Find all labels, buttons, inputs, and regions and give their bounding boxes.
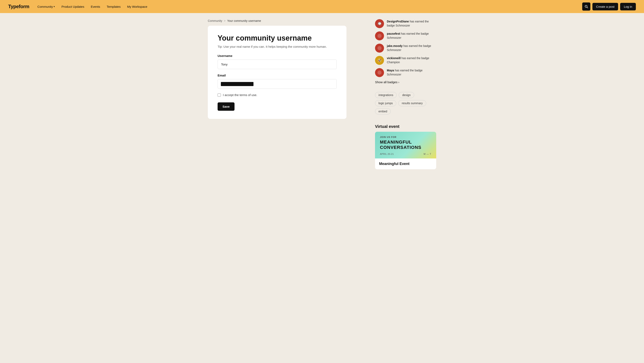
event-date: APRIL 20-21: [380, 153, 394, 155]
badge-icon-4: [375, 68, 384, 77]
badge-entry-3: 🚀 vickioneill has earned the badge Champ…: [375, 56, 436, 65]
schmoozer-badge-icon-4: [377, 70, 382, 75]
event-card[interactable]: Join us for MEANINGFUL CONVERSATIONS APR…: [375, 132, 436, 169]
username-group: Username: [218, 54, 337, 69]
logo: Typeform: [8, 4, 29, 10]
form-tip: Tip: Use your real name if you can. It h…: [218, 45, 337, 48]
email-label: Email: [218, 74, 337, 77]
tag-embed[interactable]: embed: [375, 108, 391, 114]
nav-item-product-updates[interactable]: Product Updates: [62, 5, 84, 8]
terms-row: I accept the terms of use.: [218, 93, 337, 97]
login-button[interactable]: Log in: [620, 3, 636, 10]
badge-icon-1: [375, 32, 384, 40]
search-icon: [585, 5, 588, 8]
event-join-text: Join us for: [380, 136, 431, 138]
badge-text-4: Maya has earned the badge Schmoozer: [387, 68, 436, 76]
header: Typeform Community ▾ Product Updates Eve…: [0, 0, 644, 13]
svg-point-5: [378, 46, 382, 50]
badge-entry-4: Maya has earned the badge Schmoozer: [375, 68, 436, 77]
username-label: Username: [218, 54, 337, 58]
tag-results-summary[interactable]: results summary: [398, 100, 426, 106]
nav-item-workspace[interactable]: My Workspace: [127, 5, 147, 8]
breadcrumb-community[interactable]: Community: [208, 19, 222, 22]
svg-text:🚀: 🚀: [378, 59, 381, 62]
search-button[interactable]: [582, 2, 590, 10]
event-brand: M — T: [424, 153, 431, 155]
breadcrumb-current: Your community username: [227, 19, 261, 22]
nav-item-community[interactable]: Community ▾: [38, 5, 55, 8]
event-banner: Join us for MEANINGFUL CONVERSATIONS APR…: [375, 132, 436, 158]
show-all-badges-link[interactable]: Show all badges ›: [375, 80, 436, 84]
svg-text:💬: 💬: [378, 22, 382, 26]
schmoozer-badge-icon-1: [377, 33, 382, 38]
event-card-title: Meaningful Event: [379, 162, 432, 166]
sidebar: 💬 DesignProDiane has earned the badge Sc…: [375, 19, 436, 169]
tags-section: integrations design logic jumps results …: [375, 92, 436, 114]
event-card-footer: Meaningful Event: [375, 158, 436, 169]
badge-text-3: vickioneill has earned the badge Champio…: [387, 56, 436, 64]
virtual-event-section: Virtual event Join us for MEANINGFUL CON…: [375, 124, 436, 169]
breadcrumb-separator: >: [224, 19, 226, 22]
terms-label: I accept the terms of use.: [223, 93, 257, 97]
content-area: Community > Your community username Your…: [200, 13, 444, 176]
create-post-button[interactable]: Create a post: [592, 3, 618, 10]
page-title: Your community username: [218, 34, 337, 42]
terms-checkbox[interactable]: [218, 94, 221, 97]
schmoozer-badge-icon-2: [377, 46, 382, 51]
email-input-wrapper: [218, 79, 337, 89]
main-card: Your community username Tip: Use your re…: [208, 26, 346, 119]
nav-item-templates[interactable]: Templates: [107, 5, 120, 8]
chevron-down-icon: ▾: [54, 5, 55, 8]
svg-point-8: [378, 70, 382, 75]
badge-entry-1: pausefest has earned the badge Schmoozer: [375, 32, 436, 40]
username-input[interactable]: [218, 60, 337, 69]
tag-design[interactable]: design: [399, 92, 414, 98]
tag-integrations[interactable]: integrations: [375, 92, 397, 98]
svg-line-1: [587, 7, 588, 8]
badges-section: 💬 DesignProDiane has earned the badge Sc…: [375, 19, 436, 87]
email-redacted-overlay: [221, 82, 254, 86]
nav-item-events[interactable]: Events: [91, 5, 100, 8]
breadcrumb: Community > Your community username: [208, 19, 367, 22]
badge-entry-2: jake.moody has earned the badge Schmooze…: [375, 44, 436, 52]
badge-icon-0: 💬: [375, 19, 384, 28]
header-actions: Create a post Log in: [582, 2, 636, 10]
schmoozer-badge-icon: 💬: [377, 21, 382, 26]
badge-text-1: pausefest has earned the badge Schmoozer: [387, 32, 436, 40]
event-title-large: MEANINGFUL CONVERSATIONS: [380, 140, 431, 150]
virtual-event-title: Virtual event: [375, 124, 436, 129]
champion-badge-icon: 🚀: [377, 58, 382, 63]
badge-icon-3: 🚀: [375, 56, 384, 65]
badge-icon-2: [375, 44, 384, 52]
page-wrapper: Community > Your community username Your…: [208, 19, 367, 169]
badge-text-2: jake.moody has earned the badge Schmooze…: [387, 44, 436, 52]
badge-entry-0: 💬 DesignProDiane has earned the badge Sc…: [375, 19, 436, 28]
chevron-right-icon: ›: [398, 80, 399, 84]
main-nav: Community ▾ Product Updates Events Templ…: [38, 5, 574, 8]
email-group: Email: [218, 74, 337, 89]
badge-text-0: DesignProDiane has earned the badge Schm…: [387, 20, 436, 28]
save-button[interactable]: Save: [218, 102, 234, 111]
svg-point-4: [378, 34, 382, 38]
tag-logic-jumps[interactable]: logic jumps: [375, 100, 396, 106]
event-meta-row: APRIL 20-21 M — T: [380, 153, 431, 155]
